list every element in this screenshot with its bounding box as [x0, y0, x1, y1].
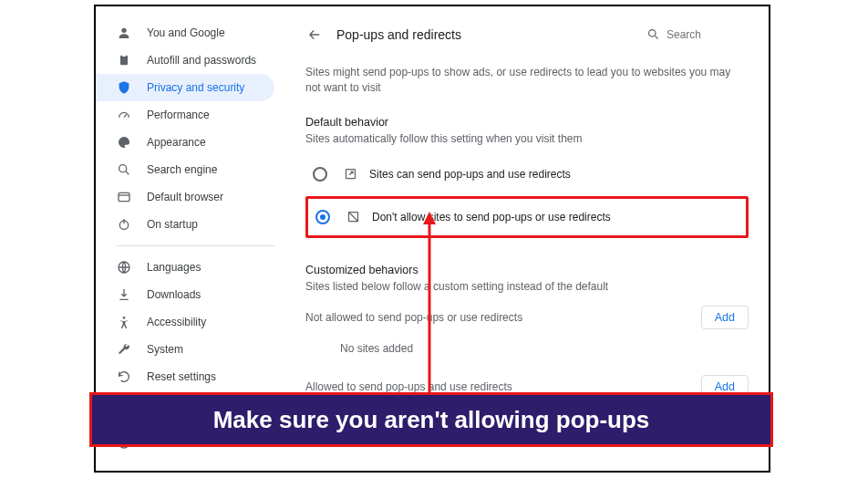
sidebar-item-search-engine[interactable]: Search engine — [96, 156, 274, 183]
option-block-popups[interactable]: Don't allow sites to send pop-ups or use… — [308, 199, 746, 235]
option-allow-popups[interactable]: Sites can send pop-ups and use redirects — [305, 156, 749, 192]
customized-behaviors-subtitle: Sites listed below follow a custom setti… — [305, 280, 749, 293]
sidebar-item-appearance[interactable]: Appearance — [96, 129, 274, 156]
sidebar-item-system[interactable]: System — [96, 336, 274, 363]
wrench-icon — [116, 341, 132, 358]
no-sites-text: No sites added — [305, 342, 749, 355]
speedometer-icon — [116, 107, 132, 123]
accessibility-icon — [116, 314, 132, 330]
customized-behaviors-title: Customized behaviors — [305, 264, 749, 276]
radio-checked-icon — [315, 210, 330, 224]
sidebar-item-downloads[interactable]: Downloads — [96, 281, 274, 308]
power-icon — [116, 216, 132, 233]
sidebar-label: Languages — [147, 261, 201, 274]
sidebar-item-you-and-google[interactable]: You and Google — [96, 19, 274, 47]
svg-point-3 — [119, 165, 127, 172]
sidebar-label: Downloads — [147, 288, 201, 301]
sidebar-item-reset[interactable]: Reset settings — [96, 363, 274, 390]
sidebar-item-default-browser[interactable]: Default browser — [96, 183, 274, 211]
highlighted-setting: Don't allow sites to send pop-ups or use… — [305, 196, 749, 238]
not-allowed-section: Not allowed to send pop-ups or use redir… — [305, 306, 749, 329]
sidebar-item-accessibility[interactable]: Accessibility — [96, 308, 274, 336]
open-in-new-icon — [344, 167, 358, 182]
download-icon — [116, 286, 132, 303]
search-icon — [116, 161, 132, 178]
sidebar-label: On startup — [147, 218, 198, 231]
clipboard-icon — [116, 52, 132, 68]
allowed-label: Allowed to send pop-ups and use redirect… — [305, 380, 512, 393]
sidebar-label: System — [147, 343, 183, 356]
intro-text: Sites might send pop-ups to show ads, or… — [305, 65, 749, 96]
sidebar-label: You and Google — [147, 26, 225, 39]
svg-point-0 — [121, 28, 126, 33]
annotation-banner: Make sure you aren't allowing pop-ups — [89, 392, 773, 447]
sidebar-label: Reset settings — [147, 370, 216, 383]
sidebar-label: Default browser — [147, 191, 223, 203]
svg-point-10 — [649, 30, 656, 37]
add-not-allowed-button[interactable]: Add — [701, 306, 749, 329]
blocked-popup-icon — [346, 210, 361, 224]
annotation-text: Make sure you aren't allowing pop-ups — [213, 406, 650, 434]
svg-rect-1 — [120, 56, 128, 66]
sidebar-item-privacy-security[interactable]: Privacy and security — [96, 74, 274, 101]
page-header: Pop-ups and redirects — [305, 19, 749, 50]
svg-rect-2 — [122, 54, 126, 57]
sidebar-label: Privacy and security — [147, 81, 244, 94]
palette-icon — [116, 134, 132, 151]
default-behavior-title: Default behavior — [305, 116, 749, 129]
sidebar-divider — [116, 245, 274, 246]
search-icon — [646, 27, 661, 42]
svg-rect-4 — [119, 192, 129, 201]
not-allowed-label: Not allowed to send pop-ups or use redir… — [305, 311, 522, 324]
svg-point-7 — [123, 317, 126, 319]
sidebar-item-performance[interactable]: Performance — [96, 101, 274, 129]
sidebar-item-on-startup[interactable]: On startup — [96, 211, 274, 238]
option-block-label: Don't allow sites to send pop-ups or use… — [372, 211, 611, 223]
sidebar-label: Performance — [147, 109, 210, 121]
option-allow-label: Sites can send pop-ups and use redirects — [369, 168, 571, 181]
sidebar-label: Appearance — [147, 136, 206, 149]
search-input[interactable] — [666, 28, 749, 41]
search-box[interactable] — [646, 27, 749, 42]
shield-icon — [116, 79, 132, 96]
person-icon — [116, 25, 132, 41]
sidebar-label: Accessibility — [147, 316, 206, 328]
page-title: Pop-ups and redirects — [336, 27, 646, 42]
sidebar-item-autofill[interactable]: Autofill and passwords — [96, 47, 274, 74]
sidebar-item-languages[interactable]: Languages — [96, 254, 274, 281]
browser-icon — [116, 189, 132, 205]
back-button[interactable] — [305, 26, 324, 44]
reset-icon — [116, 369, 132, 385]
sidebar-label: Search engine — [147, 163, 217, 176]
globe-icon — [116, 259, 132, 275]
radio-unchecked-icon — [313, 167, 327, 182]
default-behavior-subtitle: Sites automatically follow this setting … — [305, 132, 749, 145]
sidebar-label: Autofill and passwords — [147, 54, 256, 67]
